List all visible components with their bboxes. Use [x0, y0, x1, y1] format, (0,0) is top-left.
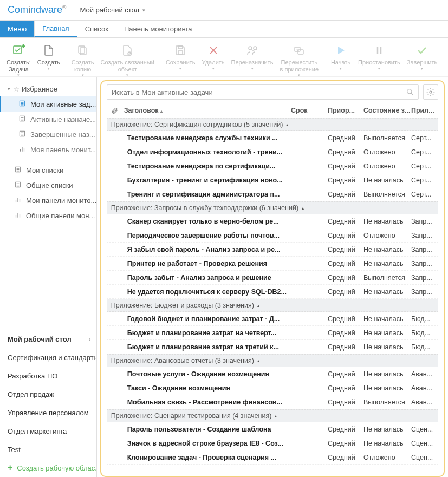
toolbar-icon [334, 43, 348, 57]
row-app: Серт... [411, 162, 438, 170]
table-row[interactable]: Сканер сканирует только в черно-белом ре… [107, 214, 438, 228]
table-row[interactable]: Клонирование задач - Проверка сценария .… [107, 450, 438, 465]
table-row[interactable]: Пароль забыт - Анализ запроса и решениеС… [107, 271, 438, 285]
app-logo: Comindware® [8, 4, 66, 16]
sidebar-section-1[interactable]: Общие списки [0, 178, 96, 193]
svg-point-4 [128, 52, 131, 55]
attachment-column-icon[interactable] [111, 107, 124, 114]
row-priority: Средний [328, 191, 363, 198]
sidebar-section-3[interactable]: Общие панели мон... [0, 208, 96, 223]
svg-line-45 [411, 93, 413, 95]
workspace-selector[interactable]: Мой рабочий стол ▾ [80, 6, 145, 14]
search-input-wrapper[interactable] [107, 84, 419, 100]
tab-Список[interactable]: Список [77, 21, 116, 37]
row-app: Запр... [411, 274, 438, 282]
table-row[interactable]: Бухгалтерия - тренинг и сертификация нов… [107, 173, 438, 187]
row-app: Запр... [411, 232, 438, 239]
chevron-up-icon: ▴ [275, 414, 277, 419]
add-workspace-button[interactable]: + Создать рабочую облас... [0, 459, 96, 477]
toolbar-Создать-копию: Создать копию▾ [68, 42, 98, 79]
table-row[interactable]: Пароль пользователя - Создание шаблонаСр… [107, 422, 438, 436]
column-app[interactable]: Прил... [411, 107, 438, 114]
group-header-3[interactable]: Приложение: Авансовые отчеты (3 значения… [107, 354, 438, 367]
column-state[interactable]: Состояние з... [363, 107, 411, 114]
table-row[interactable]: Отдел информационных технологий - трени.… [107, 145, 438, 159]
toolbar-Создать:-Задача[interactable]: +Создать: Задача▾ [3, 42, 34, 79]
row-state: Отложено [363, 454, 411, 461]
row-state: Выполняется [363, 274, 411, 282]
menu-button[interactable]: Меню [0, 21, 34, 37]
row-priority: Средний [328, 384, 363, 392]
row-priority: Средний [328, 232, 363, 239]
table-row[interactable]: Такси - Ожидание возмещенияСреднийНе нач… [107, 381, 438, 395]
section-icon [14, 166, 23, 174]
row-app: Сцен... [411, 454, 438, 461]
favorites-group[interactable]: ▾ ☆ Избранное [0, 81, 96, 96]
table-row[interactable]: Тренинг и сертификация администратора п.… [107, 187, 438, 201]
group-header-4[interactable]: Приложение: Сценарии тестирования (4 зна… [107, 409, 438, 422]
table-row[interactable]: Тестирование менеджера по сертификаци...… [107, 159, 438, 173]
sidebar-section-2[interactable]: Мои панели монито... [0, 193, 96, 208]
table-row[interactable]: Я забыл свой пароль - Анализ запроса и р… [107, 243, 438, 257]
row-priority: Средний [328, 440, 363, 447]
workspace-1[interactable]: Сертификация и стандарты [0, 348, 96, 367]
toolbar-Создать[interactable]: Создать▾ [34, 42, 63, 72]
workspace-4[interactable]: Управление персоналом [0, 403, 96, 422]
sidebar-item-3[interactable]: Моя панель монит... [0, 142, 96, 157]
chevron-down-icon: ▾ [179, 67, 181, 71]
sidebar-item-1[interactable]: Активные назначе... [0, 112, 96, 127]
toolbar-label: Начать [331, 59, 350, 66]
row-state: Выполняется [363, 134, 411, 142]
table-row[interactable]: Годовой бюджет и планирование затрат - Д… [107, 312, 438, 326]
workspace-3[interactable]: Отдел продаж [0, 385, 96, 403]
divider [73, 4, 73, 16]
table-row[interactable]: Бюджет и планирование затрат на третий к… [107, 340, 438, 354]
column-priority[interactable]: Приор... [328, 107, 363, 114]
row-state: Не началась [363, 218, 411, 225]
section-label: Общие списки [26, 181, 73, 190]
search-input[interactable] [112, 88, 406, 96]
table-row[interactable]: Мобильная связь - Рассмотрение финансов.… [107, 395, 438, 409]
table-row[interactable]: Периодическое завершение работы почтов..… [107, 228, 438, 243]
group-header-2[interactable]: Приложение: Бюджет и расходы (3 значения… [107, 299, 438, 312]
row-title: Бюджет и планирование затрат на третий к… [127, 343, 291, 351]
sidebar-item-2[interactable]: Завершенные наз... [0, 127, 96, 142]
tab-Главная[interactable]: Главная [34, 21, 77, 37]
column-due[interactable]: Срок [291, 107, 328, 114]
table-row[interactable]: Почтовые услуги - Ожидание возмещенияСре… [107, 367, 438, 381]
sidebar-section-0[interactable]: Мои списки [0, 162, 96, 178]
table-row[interactable]: Тестирование менеджера службы техники ..… [107, 131, 438, 145]
workspace-2[interactable]: Разработка ПО [0, 367, 96, 385]
row-title: Бухгалтерия - тренинг и сертификация нов… [127, 177, 291, 184]
add-workspace-label: Создать рабочую облас... [17, 464, 96, 472]
group-header-0[interactable]: Приложение: Сертификация сотрудников (5 … [107, 118, 438, 131]
workspace-5[interactable]: Отдел маркетинга [0, 422, 96, 440]
row-state: Не началась [363, 315, 411, 323]
svg-rect-2 [80, 48, 86, 55]
sidebar-item-0[interactable]: Мои активные зад... [0, 96, 96, 112]
workspace-6[interactable]: Test [0, 440, 96, 459]
group-label: Приложение: Авансовые отчеты (3 значения… [111, 357, 254, 364]
table-row[interactable]: Значок в адресной строке браузера IE8 - … [107, 436, 438, 450]
workspace-0[interactable]: Мой рабочий стол› [0, 330, 96, 348]
toolbar-Переназначить: Переназначить▾ [228, 42, 277, 72]
chevron-up-icon: ▴ [257, 358, 259, 363]
list-icon [18, 115, 27, 123]
row-title: Тестирование менеджера службы техники ..… [127, 134, 291, 142]
row-title: Бюджет и планирование затрат на четверт.… [127, 329, 291, 337]
svg-point-9 [249, 47, 252, 50]
toolbar-label: Создать [37, 59, 60, 66]
group-header-1[interactable]: Приложение: Запросы в службу техподдержк… [107, 201, 438, 214]
row-state: Не началась [363, 343, 411, 351]
column-title[interactable]: Заголовок ▴ [124, 107, 291, 114]
table-row[interactable]: Принтер не работает - Проверка решенияСр… [107, 257, 438, 271]
settings-button[interactable] [423, 84, 438, 100]
gear-icon [426, 88, 435, 96]
tab-Панель мониторинга[interactable]: Панель мониторинга [116, 21, 200, 37]
table-row[interactable]: Не удается подключиться к серверу SQL-DB… [107, 285, 438, 299]
svg-rect-11 [295, 47, 300, 51]
row-state: Выполняется [363, 191, 411, 198]
row-app: Запр... [411, 246, 438, 253]
table-row[interactable]: Бюджет и планирование затрат на четверт.… [107, 326, 438, 340]
toolbar-label: Завершить [407, 59, 437, 66]
